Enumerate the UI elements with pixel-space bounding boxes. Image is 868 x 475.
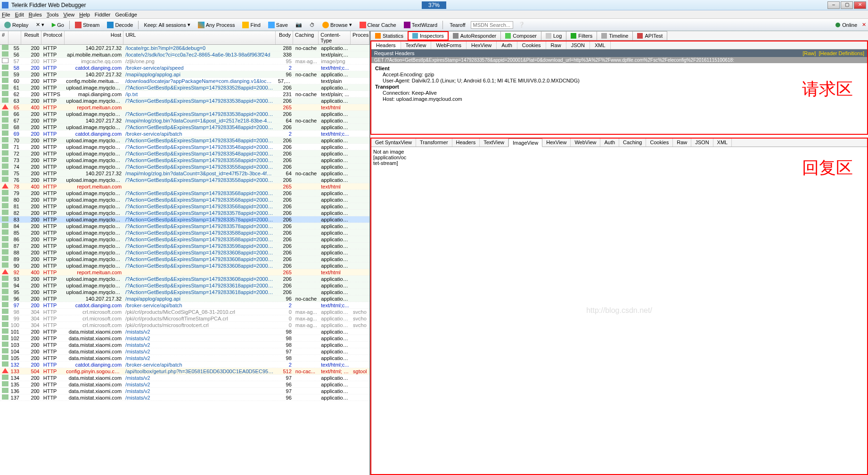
session-row[interactable]: 78400HTTPreport.meituan.com265text/html — [0, 183, 369, 190]
session-row[interactable]: 75200HTTP140.207.217.32/mapi/mlog/zlog.b… — [0, 170, 369, 177]
reqtab-webforms[interactable]: WebForms — [431, 41, 467, 49]
session-row[interactable]: 104200HTTPdata.mistat.xiaomi.com/mistats… — [0, 348, 369, 355]
session-row[interactable]: 60200HTTPconfig.mobile.meituan.com/downl… — [0, 78, 369, 84]
resptab-headers[interactable]: Headers — [452, 139, 480, 147]
col-content-type[interactable]: Content-Type — [319, 31, 351, 44]
session-row[interactable]: 57200HTTPimgcache.qq.com/zljk/one.png95m… — [0, 58, 369, 65]
resptab-xml[interactable]: XML — [713, 139, 732, 147]
session-row[interactable]: 65400HTTPreport.meituan.com265text/html — [0, 104, 369, 111]
session-row[interactable]: 94200HTTPupload.image.myqcloud.com/?Acti… — [0, 282, 369, 289]
session-row[interactable]: 84200HTTPupload.image.myqcloud.com/?Acti… — [0, 223, 369, 229]
textwizard-button[interactable]: TextWizard — [401, 21, 440, 29]
tab-statistics[interactable]: Statistics — [370, 31, 408, 40]
menu-tools[interactable]: Tools — [47, 12, 59, 17]
session-row[interactable]: 105200HTTPdata.mistat.xiaomi.com/mistats… — [0, 355, 369, 361]
resptab-cookies[interactable]: Cookies — [646, 139, 673, 147]
resptab-hexview[interactable]: HexView — [542, 139, 571, 147]
session-row[interactable]: 62200HTTPSmapi.dianping.com/ip.txt231no-… — [0, 91, 369, 98]
session-row[interactable]: 76200HTTPupload.image.myqcloud.com/?Acti… — [0, 177, 369, 183]
col-host[interactable]: Host — [65, 31, 123, 44]
resptab-json[interactable]: JSON — [691, 139, 713, 147]
menu-rules[interactable]: Rules — [29, 12, 42, 17]
col-protocol[interactable]: Protocol — [41, 31, 65, 44]
session-row[interactable]: 99304HTTPcrl.microsoft.com/pki/crl/produ… — [0, 315, 369, 322]
session-row[interactable]: 74200HTTPupload.image.myqcloud.com/?Acti… — [0, 164, 369, 170]
session-row[interactable]: 56200HTTPapi.mobile.meituan.com/locate/v… — [0, 51, 369, 58]
menu-file[interactable]: File — [2, 12, 10, 17]
replay-button[interactable]: Replay — [2, 21, 31, 29]
session-row[interactable]: 63200HTTPupload.image.myqcloud.com/?Acti… — [0, 98, 369, 104]
tearoff-button[interactable]: Tearoff — [446, 21, 467, 29]
session-row[interactable]: 96200HTTP140.207.217.32/mapi/applog/appl… — [0, 295, 369, 302]
session-row[interactable]: 83200HTTPupload.image.myqcloud.com/?Acti… — [0, 216, 369, 223]
session-row[interactable]: 80200HTTPupload.image.myqcloud.com/?Acti… — [0, 197, 369, 203]
session-row[interactable]: 79200HTTPupload.image.myqcloud.com/?Acti… — [0, 190, 369, 197]
session-row[interactable]: 61200HTTPupload.image.myqcloud.com/?Acti… — [0, 84, 369, 91]
reqtab-textview[interactable]: TextView — [401, 41, 432, 49]
resptab-syntax[interactable]: Get SyntaxView — [371, 139, 416, 147]
resptab-raw[interactable]: Raw — [673, 139, 691, 147]
session-row[interactable]: 136200HTTPdata.mistat.xiaomi.com/mistats… — [0, 388, 369, 394]
session-row[interactable]: 98304HTTPcrl.microsoft.com/pki/crl/produ… — [0, 309, 369, 315]
session-row[interactable]: 89200HTTPupload.image.myqcloud.com/?Acti… — [0, 256, 369, 262]
minimize-button[interactable]: – — [827, 1, 840, 9]
remove-button[interactable]: ✕ ▾ — [33, 21, 47, 29]
session-row[interactable]: 100304HTTPcrl.microsoft.com/pki/crl/prod… — [0, 322, 369, 328]
header-def-link[interactable]: [Header Definitions] — [819, 50, 864, 56]
session-row[interactable]: 102200HTTPdata.mistat.xiaomi.com/mistats… — [0, 335, 369, 342]
session-row[interactable]: 87200HTTPupload.image.myqcloud.com/?Acti… — [0, 243, 369, 249]
col-url[interactable]: URL — [123, 31, 276, 44]
session-row[interactable]: 88200HTTPupload.image.myqcloud.com/?Acti… — [0, 249, 369, 256]
menu-fiddler[interactable]: Fiddler — [95, 12, 111, 17]
session-row[interactable]: 86200HTTPupload.image.myqcloud.com/?Acti… — [0, 236, 369, 243]
reqtab-cookies[interactable]: Cookies — [517, 41, 546, 49]
reqtab-json[interactable]: JSON — [566, 41, 590, 49]
close-button[interactable]: ✕ — [854, 1, 866, 9]
resptab-imageview[interactable]: ImageView — [508, 139, 542, 147]
maximize-button[interactable]: ▢ — [841, 1, 853, 9]
session-row[interactable]: 90200HTTPupload.image.myqcloud.com/?Acti… — [0, 262, 369, 269]
session-row[interactable]: 95200HTTPupload.image.myqcloud.com/?Acti… — [0, 289, 369, 295]
session-row[interactable]: 103200HTTPdata.mistat.xiaomi.com/mistats… — [0, 342, 369, 348]
tab-timeline[interactable]: Timeline — [597, 31, 633, 40]
resptab-textview[interactable]: TextView — [480, 139, 508, 147]
go-button[interactable]: ▶Go — [49, 21, 66, 29]
timer-button[interactable]: ⏱ — [307, 21, 317, 29]
save-button[interactable]: Save — [266, 21, 290, 29]
col-body[interactable]: Body — [276, 31, 293, 44]
session-row[interactable]: 67200HTTP140.207.217.32/mapi/mlog/zlog.b… — [0, 117, 369, 124]
session-row[interactable]: 73200HTTPupload.image.myqcloud.com/?Acti… — [0, 157, 369, 164]
reqtab-headers[interactable]: Headers — [371, 41, 401, 49]
session-row[interactable]: 134200HTTPdata.mistat.xiaomi.com/mistats… — [0, 375, 369, 381]
resptab-caching[interactable]: Caching — [619, 139, 646, 147]
find-button[interactable]: Find — [240, 21, 262, 29]
menu-geoedge[interactable]: GeoEdge — [115, 12, 137, 17]
session-row[interactable]: 59200HTTP140.207.217.32/mapi/applog/appl… — [0, 71, 369, 78]
session-row[interactable]: 69200HTTPcatdot.dianping.com/broker-serv… — [0, 131, 369, 137]
camera-button[interactable]: 📷 — [293, 21, 304, 29]
keep-sessions[interactable]: Keep: All sessions ▾ — [141, 21, 192, 29]
resptab-webview[interactable]: WebView — [571, 139, 600, 147]
session-row[interactable]: 81200HTTPupload.image.myqcloud.com/?Acti… — [0, 203, 369, 210]
session-list[interactable]: # Result Protocol Host URL Body Caching … — [0, 31, 370, 475]
tab-inspectors[interactable]: Inspectors — [408, 31, 449, 41]
tab-composer[interactable]: Composer — [500, 31, 541, 40]
decode-button[interactable]: Decode — [105, 21, 135, 29]
session-row[interactable]: 135200HTTPdata.mistat.xiaomi.com/mistats… — [0, 381, 369, 388]
browse-button[interactable]: Browse ▾ — [320, 21, 354, 29]
session-row[interactable]: 82200HTTPupload.image.myqcloud.com/?Acti… — [0, 210, 369, 216]
close-toolbar[interactable]: ✕ — [862, 22, 866, 28]
help-button[interactable]: ❔ — [516, 21, 527, 29]
session-row[interactable]: 92400HTTPreport.meituan.com265text/html — [0, 269, 369, 276]
resptab-transformer[interactable]: Transformer — [416, 139, 452, 147]
reqtab-raw[interactable]: Raw — [546, 41, 566, 49]
col-icon[interactable]: # — [0, 31, 8, 44]
reqtab-xml[interactable]: XML — [590, 41, 611, 49]
raw-link[interactable]: [Raw] — [802, 50, 816, 56]
session-row[interactable]: 66200HTTPupload.image.myqcloud.com/?Acti… — [0, 111, 369, 117]
col-result[interactable]: Result — [21, 31, 41, 44]
session-row[interactable]: 97200HTTPcatdot.dianping.com/broker-serv… — [0, 302, 369, 309]
session-row[interactable]: 137200HTTPdata.mistat.xiaomi.com/mistats… — [0, 394, 369, 401]
col-caching[interactable]: Caching — [293, 31, 319, 44]
session-row[interactable]: 93200HTTPupload.image.myqcloud.com/?Acti… — [0, 276, 369, 282]
